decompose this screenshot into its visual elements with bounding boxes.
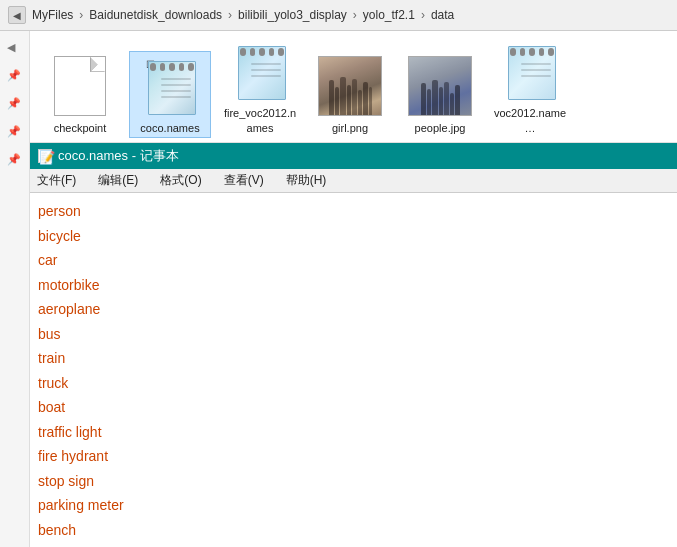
- line-car: car: [38, 248, 669, 273]
- notepad-line: [161, 96, 191, 98]
- spiral-dot: [259, 48, 265, 56]
- checkpoint-icon-wrap: [48, 54, 112, 118]
- notepad-line: [161, 78, 191, 80]
- notepad-titlebar: 📝 coco.names - 记事本: [30, 143, 677, 169]
- girl-png-label: girl.png: [311, 121, 389, 135]
- spiral-dot: [529, 48, 535, 56]
- spiral-dot: [179, 63, 185, 71]
- line-traffic-light: traffic light: [38, 420, 669, 445]
- fire-voc-icon-wrap: [228, 39, 292, 103]
- coco-names-icon-wrap: ☑: [138, 54, 202, 118]
- spiral-dot: [240, 48, 246, 56]
- notepad-line: [251, 75, 281, 77]
- notepad-body3: [508, 46, 556, 100]
- notepad-line: [521, 75, 551, 77]
- line-parking-meter: parking meter: [38, 493, 669, 518]
- menu-edit[interactable]: 编辑(E): [95, 171, 141, 190]
- notepad-title-icon: 📝: [38, 149, 52, 163]
- left-panel: ◀ 📌 📌 📌 📌: [0, 31, 30, 547]
- pin-icon-1[interactable]: 📌: [7, 69, 23, 85]
- fire-voc-label: fire_voc2012.names: [221, 106, 299, 135]
- file-fire-voc[interactable]: fire_voc2012.names: [220, 37, 300, 137]
- notepad-title-text: coco.names - 记事本: [58, 147, 179, 165]
- breadcrumb-baidunet[interactable]: Baidunetdisk_downloads: [89, 8, 222, 22]
- file-icons-row: checkpoint ☑: [30, 31, 677, 143]
- notepad-spiral3: [510, 47, 554, 57]
- menu-file[interactable]: 文件(F): [34, 171, 79, 190]
- line-bicycle: bicycle: [38, 224, 669, 249]
- back-button[interactable]: ◀: [8, 6, 26, 24]
- line-person: person: [38, 199, 669, 224]
- file-people-jpg[interactable]: people.jpg: [400, 52, 480, 137]
- line-truck: truck: [38, 371, 669, 396]
- menu-format[interactable]: 格式(O): [157, 171, 204, 190]
- voc2012-label: voc2012.name…: [491, 106, 569, 135]
- line-train: train: [38, 346, 669, 371]
- line-boat: boat: [38, 395, 669, 420]
- file-checkpoint[interactable]: checkpoint: [40, 52, 120, 137]
- notepad-lines3: [521, 63, 551, 77]
- pin-icon-3[interactable]: 📌: [7, 125, 23, 141]
- notepad-lines2: [251, 63, 281, 77]
- notepad-window: 📝 coco.names - 记事本 文件(F) 编辑(E) 格式(O) 查看(…: [30, 143, 677, 547]
- spiral-dot: [510, 48, 516, 56]
- spiral-dot: [169, 63, 175, 71]
- menu-help[interactable]: 帮助(H): [283, 171, 330, 190]
- address-bar: ◀ MyFiles › Baidunetdisk_downloads › bil…: [0, 0, 677, 31]
- explorer-body: ◀ 📌 📌 📌 📌 checkpoint ☑: [0, 31, 677, 547]
- spiral-dot: [278, 48, 284, 56]
- file-girl-png[interactable]: girl.png: [310, 52, 390, 137]
- coco-names-label: coco.names: [131, 121, 209, 135]
- notepad-icon: ☑: [142, 55, 198, 117]
- pin-icon-4[interactable]: 📌: [7, 153, 23, 169]
- spiral-dot: [520, 48, 526, 56]
- line-motorbike: motorbike: [38, 273, 669, 298]
- notepad-body: [148, 61, 196, 115]
- line-bench: bench: [38, 518, 669, 543]
- notepad-spiral2: [240, 47, 284, 57]
- spiral-dot: [269, 48, 275, 56]
- notepad-line: [251, 63, 281, 65]
- notepad-line: [521, 69, 551, 71]
- menu-view[interactable]: 查看(V): [221, 171, 267, 190]
- line-aeroplane: aeroplane: [38, 297, 669, 322]
- people-jpg-label: people.jpg: [401, 121, 479, 135]
- spiral-dot: [539, 48, 545, 56]
- spiral-dot: [548, 48, 554, 56]
- voc2012-icon-wrap: [498, 39, 562, 103]
- file-area: checkpoint ☑: [30, 31, 677, 547]
- line-stop-sign: stop sign: [38, 469, 669, 494]
- notepad-menubar[interactable]: 文件(F) 编辑(E) 格式(O) 查看(V) 帮助(H): [30, 169, 677, 193]
- girl-png-icon-wrap: [318, 54, 382, 118]
- breadcrumb-data[interactable]: data: [431, 8, 454, 22]
- spiral-dot: [250, 48, 256, 56]
- file-voc2012[interactable]: voc2012.name…: [490, 37, 570, 137]
- line-fire-hydrant: fire hydrant: [38, 444, 669, 469]
- people-jpg-icon-wrap: [408, 54, 472, 118]
- notepad-body2: [238, 46, 286, 100]
- spiral-dot: [160, 63, 166, 71]
- nav-back-icon[interactable]: ◀: [7, 41, 23, 57]
- spiral-dot: [150, 63, 156, 71]
- line-bus: bus: [38, 322, 669, 347]
- notepad-lines: [161, 78, 191, 98]
- checkpoint-label: checkpoint: [41, 121, 119, 135]
- blank-doc-icon: [54, 56, 106, 116]
- notepad-line: [161, 90, 191, 92]
- notepad3-icon: [502, 40, 558, 102]
- breadcrumb-yolo[interactable]: yolo_tf2.1: [363, 8, 415, 22]
- notepad-line: [161, 84, 191, 86]
- file-coco-names[interactable]: ☑: [130, 52, 210, 137]
- notepad-line: [251, 69, 281, 71]
- breadcrumb-myfiles[interactable]: MyFiles: [32, 8, 73, 22]
- notepad-spiral: [150, 62, 194, 72]
- notepad-content: person bicycle car motorbike aeroplane b…: [30, 193, 677, 547]
- spiral-dot: [188, 63, 194, 71]
- notepad2-icon: [232, 40, 288, 102]
- pin-icon-2[interactable]: 📌: [7, 97, 23, 113]
- notepad-line: [521, 63, 551, 65]
- breadcrumb-bilibili[interactable]: bilibili_yolo3_display: [238, 8, 347, 22]
